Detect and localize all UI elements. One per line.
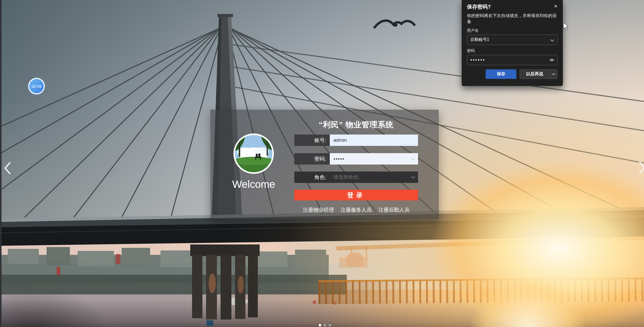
avatar: [233, 133, 274, 174]
login-button[interactable]: 登录: [294, 190, 418, 200]
countdown-timer-badge: 02:59: [28, 78, 45, 94]
role-placeholder: 请选择角色:: [333, 174, 359, 181]
register-links: 注册物业经理 注册服务人员 注册后勤人员: [294, 206, 418, 213]
account-input[interactable]: [330, 135, 418, 146]
carousel-dots: [319, 324, 331, 326]
screen: 02:59 “利民” 物业管理系统: [0, 0, 644, 327]
save-password-dialog: 保存密码? ✕ 你的密码将在下次自动填充，并将保存到你的设备 用户名 后勤账号1…: [462, 0, 563, 86]
chevron-down-icon: [550, 38, 554, 42]
register-service-link[interactable]: 注册服务人员: [341, 206, 372, 213]
carousel-dot-1[interactable]: [319, 324, 321, 326]
save-button[interactable]: 保存: [486, 69, 516, 79]
carousel-dot-3[interactable]: [328, 324, 331, 326]
dialog-password-value: ••••••: [470, 57, 485, 63]
page-title: “利民” 物业管理系统: [294, 120, 418, 130]
register-logistics-link[interactable]: 注册后勤人员: [378, 206, 409, 213]
account-label: 账号:: [294, 135, 330, 146]
chevron-left-icon: [3, 159, 13, 177]
username-label: 用户名: [467, 28, 558, 33]
chevron-right-icon: [637, 159, 644, 177]
shoreline: [0, 275, 347, 294]
bridge-pier: [190, 244, 260, 326]
carousel-prev-button[interactable]: [3, 159, 13, 177]
never-save-split-button[interactable]: 以后再说: [520, 69, 558, 79]
bird-silhouette: [375, 21, 414, 27]
avatar-image: [235, 135, 272, 172]
role-label: 角色:: [294, 172, 330, 183]
dialog-title: 保存密码?: [467, 3, 558, 10]
eye-icon[interactable]: [549, 58, 555, 63]
countdown-value: 02:59: [32, 84, 41, 88]
password-input[interactable]: [330, 153, 418, 165]
password-row: 密码:: [294, 153, 418, 165]
close-icon[interactable]: ✕: [553, 3, 559, 10]
carousel-dot-2[interactable]: [324, 324, 326, 326]
dialog-password-label: 密码: [467, 48, 558, 53]
left-edge-strip: [0, 0, 2, 327]
account-row: 账号:: [294, 135, 418, 146]
dialog-body-text: 你的密码将在下次自动填充，并将保存到你的设备: [467, 13, 559, 25]
register-manager-link[interactable]: 注册物业经理: [303, 206, 334, 213]
username-value: 后勤账号1: [470, 37, 489, 42]
welcome-text: Welcome: [215, 179, 292, 190]
chevron-down-icon[interactable]: [552, 72, 555, 75]
login-panel: “利民” 物业管理系统 Welcom: [210, 110, 439, 219]
chevron-down-icon[interactable]: [411, 175, 415, 179]
username-select[interactable]: 后勤账号1: [467, 35, 558, 45]
carousel-next-button[interactable]: [637, 159, 644, 177]
password-label: 密码:: [294, 153, 330, 165]
never-save-label: 以后再说: [520, 71, 549, 77]
lower-bridge-railing: [318, 278, 644, 304]
role-row[interactable]: 角色: 请选择角色:: [294, 172, 418, 183]
dialog-password-field[interactable]: ••••••: [467, 55, 558, 65]
